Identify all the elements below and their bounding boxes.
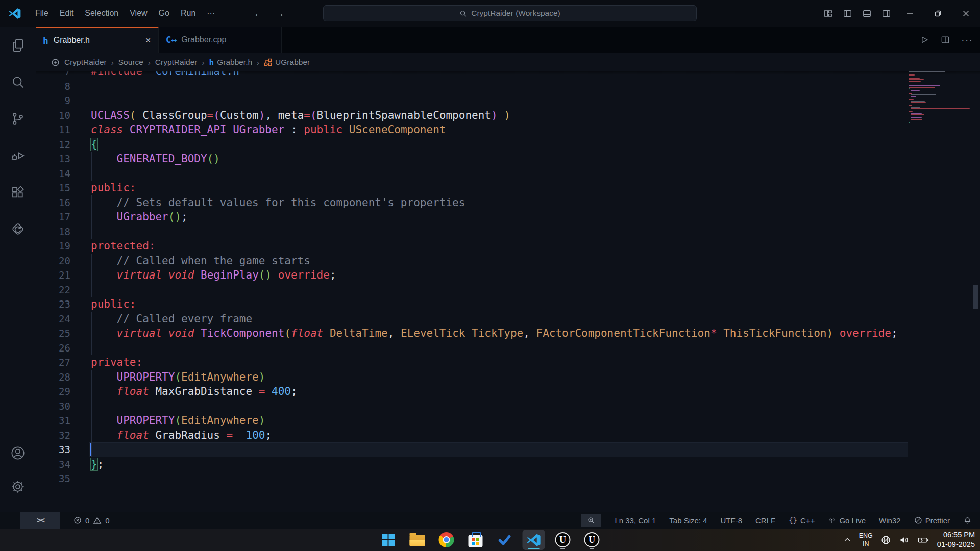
run-debug-icon[interactable] [9, 147, 27, 164]
code-line-13[interactable]: GENERATED_BODY() [91, 152, 220, 166]
search-icon[interactable] [9, 73, 27, 91]
breadcrumb-item-file[interactable]: h Grabber.h [209, 58, 253, 67]
line-number[interactable]: 24 [36, 312, 70, 327]
close-icon[interactable] [952, 0, 980, 27]
indentation[interactable]: Tab Size: 4 [669, 516, 707, 525]
code-line-10[interactable]: UCLASS( ClassGroup=(Custom), meta=(Bluep… [91, 108, 510, 123]
problems-status[interactable]: 0 0 [74, 516, 110, 525]
todo-check-icon[interactable] [494, 530, 516, 550]
forward-arrow-icon[interactable]: → [274, 7, 285, 20]
line-number[interactable]: 25 [36, 326, 70, 341]
ms-store-icon[interactable] [464, 530, 487, 550]
line-number[interactable]: 14 [36, 166, 70, 181]
settings-gear-icon[interactable] [9, 478, 27, 495]
line-number[interactable]: 26 [36, 341, 70, 356]
file-explorer-icon[interactable] [406, 530, 429, 550]
menu-item-[interactable]: ··· [201, 0, 220, 27]
go-live-button[interactable]: Go Live [828, 516, 866, 525]
code-line-16[interactable]: // Sets default values for this componen… [91, 195, 465, 210]
line-number[interactable]: 22 [36, 283, 70, 297]
code-line-20[interactable]: // Called when the game starts [91, 254, 310, 268]
extensions-icon[interactable] [9, 184, 27, 201]
code-line-24[interactable]: // Called every frame [91, 312, 252, 327]
code-line-15[interactable]: public: [91, 181, 136, 195]
line-number[interactable]: 12 [36, 137, 70, 152]
line-number[interactable]: 30 [36, 399, 70, 414]
platform-target[interactable]: Win32 [879, 516, 901, 525]
scrollbar-thumb[interactable] [973, 285, 978, 309]
chrome-icon[interactable] [435, 530, 458, 550]
run-file-icon[interactable] [919, 35, 929, 45]
close-icon[interactable]: ✕ [145, 36, 151, 44]
breadcrumb-item[interactable]: CryptRaider [64, 58, 107, 67]
line-number[interactable]: 21 [36, 268, 70, 283]
code-line-11[interactable]: class CRYPTRAIDER_API UGrabber : public … [91, 122, 446, 137]
clock[interactable]: 06:55 PM 01-09-2025 [937, 530, 975, 549]
menu-item-selection[interactable]: Selection [79, 0, 124, 27]
code-line-21[interactable]: virtual void BeginPlay() override; [91, 268, 336, 283]
language-mode[interactable]: {} C++ [789, 516, 815, 525]
line-number[interactable]: 7 [36, 71, 70, 79]
tab-grabber-h[interactable]: h Grabber.h ✕ [36, 27, 159, 53]
line-number[interactable]: 9 [36, 93, 70, 108]
code-line-27[interactable]: private: [91, 355, 142, 370]
menu-item-view[interactable]: View [124, 0, 153, 27]
toggle-sidebar-icon[interactable] [838, 0, 857, 27]
extension-arrow-icon[interactable] [9, 220, 27, 238]
line-number[interactable]: 13 [36, 152, 70, 166]
line-number[interactable]: 16 [36, 195, 70, 210]
toggle-secondary-sidebar-icon[interactable] [876, 0, 896, 27]
editor-code-area[interactable]: 7#include "CoreMinimal.h"8910UCLASS( Cla… [36, 71, 980, 512]
globe-offline-icon[interactable] [880, 535, 891, 545]
unreal-engine-icon[interactable]: U [581, 530, 603, 550]
cursor-position[interactable]: Ln 33, Col 1 [615, 516, 656, 525]
more-actions-icon[interactable]: ··· [961, 34, 973, 46]
line-number[interactable]: 15 [36, 181, 70, 195]
menu-item-go[interactable]: Go [153, 0, 175, 27]
line-number[interactable]: 27 [36, 355, 70, 370]
menu-item-run[interactable]: Run [175, 0, 201, 27]
line-number[interactable]: 34 [36, 457, 70, 472]
breadcrumb-item[interactable]: CryptRaider [155, 58, 198, 67]
line-number[interactable]: 19 [36, 239, 70, 254]
speaker-icon[interactable] [899, 535, 910, 545]
line-number[interactable]: 32 [36, 428, 70, 443]
encoding[interactable]: UTF-8 [721, 516, 743, 525]
code-line-23[interactable]: public: [91, 297, 136, 312]
code-line-7[interactable]: #include "CoreMinimal.h" [91, 71, 246, 79]
remote-indicator[interactable]: >< [20, 512, 60, 529]
minimap[interactable] [909, 71, 980, 512]
toggle-panel-icon[interactable] [857, 0, 876, 27]
line-number[interactable]: 23 [36, 297, 70, 312]
battery-charging-icon[interactable] [917, 535, 929, 545]
command-center-search[interactable]: CryptRaider (Workspace) [323, 5, 697, 21]
line-number[interactable]: 10 [36, 108, 70, 123]
line-number[interactable]: 33 [36, 442, 70, 457]
customize-layout-icon[interactable] [818, 0, 838, 27]
menu-item-file[interactable]: File [30, 0, 54, 27]
chevron-up-icon[interactable] [843, 536, 851, 544]
breadcrumb-item[interactable]: Source [118, 58, 143, 67]
menu-item-edit[interactable]: Edit [54, 0, 80, 27]
line-number[interactable]: 31 [36, 413, 70, 428]
restore-icon[interactable] [924, 0, 952, 27]
zoom-indicator[interactable] [581, 514, 601, 527]
line-number[interactable]: 11 [36, 122, 70, 137]
code-line-32[interactable]: float GrabRadius = 100; [91, 428, 272, 443]
account-icon[interactable] [9, 444, 27, 462]
line-number[interactable]: 20 [36, 254, 70, 268]
tab-grabber-cpp[interactable]: C++ Grabber.cpp [159, 27, 282, 53]
split-editor-icon[interactable] [940, 35, 950, 45]
breadcrumb-item-symbol[interactable]: UGrabber [264, 58, 310, 67]
line-number[interactable]: 35 [36, 471, 70, 486]
unreal-engine-icon[interactable]: U [552, 530, 574, 550]
line-number[interactable]: 8 [36, 79, 70, 94]
line-number[interactable]: 29 [36, 384, 70, 399]
minimize-icon[interactable] [896, 0, 924, 27]
vscode-icon[interactable] [523, 530, 545, 550]
code-line-29[interactable]: float MaxGrabDistance = 400; [91, 384, 298, 399]
line-number[interactable]: 18 [36, 224, 70, 239]
language-indicator[interactable]: ENG IN [859, 532, 873, 548]
code-line-19[interactable]: protected: [91, 239, 155, 254]
code-line-34[interactable]: }; [91, 457, 104, 472]
